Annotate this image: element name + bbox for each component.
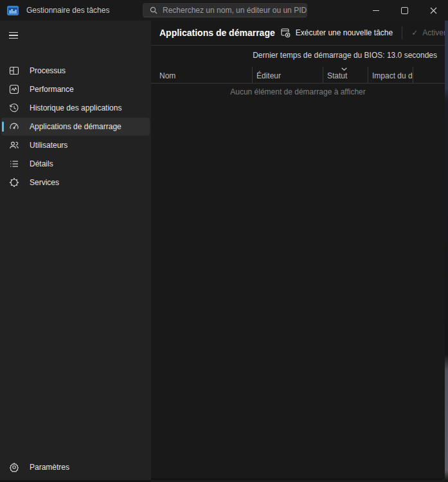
sidebar-item-label: Applications de démarrage [30,122,121,131]
window-title: Gestionnaire des tâches [26,6,109,15]
run-new-task-button[interactable]: Exécuter une nouvelle tâche [275,24,398,41]
sidebar-item-performance[interactable]: Performance [1,80,150,98]
sidebar-item-label: Processus [30,66,66,75]
task-manager-app-icon [7,6,19,15]
column-header-nom[interactable]: Nom [151,67,252,83]
page-toolbar: Applications de démarrage Exécuter une n… [151,21,445,46]
details-icon [9,159,19,169]
sidebar-item-label: Services [30,178,59,187]
content-pane: Applications de démarrage Exécuter une n… [151,21,445,480]
sidebar-item-label: Performance [30,85,74,94]
sidebar-item-processus[interactable]: Processus [1,62,150,80]
right-edge-gutter [445,21,448,482]
app-history-icon [9,103,19,113]
sidebar-item-label: Historique des applications [30,103,121,112]
run-new-task-label: Exécuter une nouvelle tâche [296,28,393,37]
new-task-icon [280,28,291,38]
titlebar: Gestionnaire des tâches Recherchez un no… [0,0,448,21]
sidebar-item-parametres[interactable]: Paramètres [1,458,150,476]
sidebar-item-services[interactable]: Services [1,174,150,192]
enable-label: Activer [422,28,446,37]
check-icon: ✓ [411,28,418,37]
sort-chevron-down-icon [341,67,347,71]
window-controls [361,0,448,21]
empty-state-message: Aucun élément de démarrage à afficher [151,84,445,100]
page-title: Applications de démarrage [159,28,275,38]
sidebar-item-label: Utilisateurs [30,141,67,150]
search-icon [150,6,157,14]
menu-toggle-button[interactable] [8,27,26,44]
sidebar-item-label: Détails [30,159,53,168]
startup-apps-icon [9,121,19,132]
sidebar-item-details[interactable]: Détails [1,155,150,173]
sidebar-item-utilisateurs[interactable]: Utilisateurs [1,136,150,154]
bios-boot-time: Dernier temps de démarrage du BIOS: 13.0… [151,46,445,65]
gear-icon [9,462,19,472]
column-header-editeur[interactable]: Éditeur [252,67,323,83]
close-icon [430,7,437,14]
sidebar-nav: Processus Performance Historique des app… [1,62,150,192]
sidebar-item-applications-demarrage[interactable]: Applications de démarrage [1,118,150,136]
settings-label: Paramètres [30,463,69,472]
close-button[interactable] [419,0,448,21]
maximize-icon [401,7,408,14]
column-header-impact[interactable]: Impact du dé... [368,67,413,83]
toolbar-divider [402,26,402,39]
minimize-icon [373,10,379,11]
minimize-button[interactable] [361,0,390,21]
sidebar-item-historique[interactable]: Historique des applications [1,99,150,117]
search-input[interactable]: Recherchez un nom, un éditeur ou un PID [143,3,307,17]
enable-button[interactable]: ✓ Activer [406,24,448,41]
services-icon [9,177,19,188]
users-icon [9,140,19,150]
table-header: Nom Éditeur Statut Impact du dé... [151,67,445,84]
column-header-statut[interactable]: Statut [323,67,368,83]
maximize-button[interactable] [390,0,419,21]
performance-icon [9,84,19,94]
processes-icon [9,66,19,76]
search-placeholder: Recherchez un nom, un éditeur ou un PID [163,6,307,15]
sidebar: Processus Performance Historique des app… [0,21,151,482]
